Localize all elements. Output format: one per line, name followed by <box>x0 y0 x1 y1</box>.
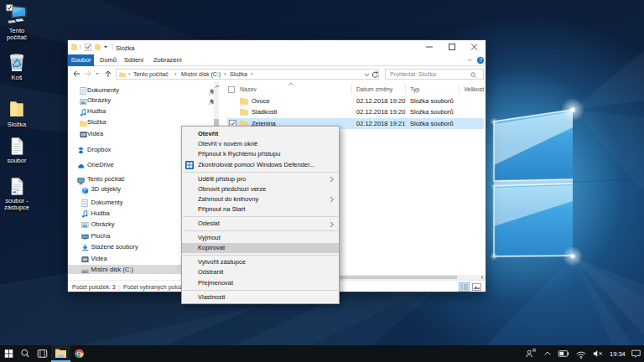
svg-text:?: ? <box>479 57 482 63</box>
svg-text:R: R <box>532 348 536 353</box>
